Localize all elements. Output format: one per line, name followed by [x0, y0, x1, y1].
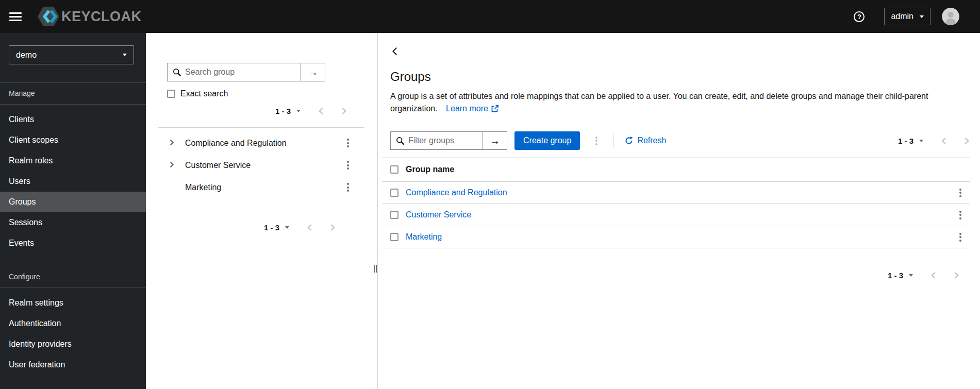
chevron-down-icon	[909, 274, 913, 277]
refresh-icon	[625, 137, 633, 145]
row-checkbox[interactable]	[390, 189, 398, 197]
chevron-down-icon	[919, 140, 923, 142]
pagination-range-menu[interactable]: 1 - 3	[275, 107, 301, 115]
column-header-group-name: Group name	[406, 165, 454, 174]
table-row: Customer Service	[382, 204, 970, 226]
search-group-input[interactable]	[185, 67, 301, 77]
tree-item: Marketing	[146, 176, 373, 198]
pagination-prev-button[interactable]	[941, 138, 946, 144]
topbar-actions: ? admin	[854, 8, 959, 25]
kebab-icon	[959, 233, 961, 235]
groups-toolbar: → Create group Refresh 1 -	[390, 131, 970, 150]
table-pagination-bottom: 1 - 3	[390, 268, 970, 282]
group-name[interactable]: Customer Service	[185, 161, 344, 170]
pagination-range-menu[interactable]: 1 - 3	[898, 137, 923, 145]
chevron-left-icon	[931, 272, 936, 279]
sidebar-item-realm-settings[interactable]: Realm settings	[0, 293, 146, 313]
sidebar: demo Manage Clients Client scopes Realm …	[0, 33, 146, 389]
sidebar-item-user-federation[interactable]: User federation	[0, 354, 146, 375]
filter-groups-input[interactable]	[408, 136, 483, 145]
refresh-button[interactable]: Refresh	[625, 136, 666, 145]
realm-selector[interactable]: demo	[9, 45, 134, 64]
chevron-right-icon	[341, 108, 347, 114]
arrow-right-icon: →	[308, 66, 318, 78]
pagination-next-button[interactable]	[964, 138, 970, 144]
table-row: Marketing	[382, 226, 970, 248]
chevron-down-icon	[285, 226, 289, 229]
manage-section-label: Manage	[0, 83, 146, 105]
sidebar-item-authentication[interactable]: Authentication	[0, 313, 146, 334]
search-group-submit-button[interactable]: →	[301, 63, 325, 81]
collapse-panel-button[interactable]	[390, 46, 399, 56]
hamburger-icon	[9, 12, 22, 14]
kebab-icon	[347, 161, 349, 163]
filter-groups-submit-button[interactable]: →	[483, 132, 507, 149]
sidebar-item-users[interactable]: Users	[0, 171, 146, 192]
page-title: Groups	[390, 70, 970, 84]
chevron-right-icon	[169, 162, 175, 167]
group-name-link[interactable]: Customer Service	[406, 210, 471, 219]
pagination-range-menu[interactable]: 1 - 3	[264, 223, 289, 232]
brand-text: KEYCLOAK	[61, 9, 142, 25]
pagination-range-menu[interactable]: 1 - 3	[888, 271, 913, 280]
chevron-right-icon	[330, 224, 336, 231]
tree-pagination-top: 1 - 3	[146, 104, 373, 118]
expand-toggle-button[interactable]	[169, 139, 175, 147]
exact-search-label: Exact search	[180, 89, 228, 98]
row-checkbox[interactable]	[390, 211, 398, 219]
sidebar-item-clients[interactable]: Clients	[0, 109, 146, 130]
tree-separator	[158, 127, 364, 128]
tree-item: Compliance and Regulation	[146, 132, 373, 154]
toolbar-kebab-menu-button[interactable]	[592, 134, 601, 147]
row-checkbox[interactable]	[390, 233, 398, 241]
kebab-menu-button[interactable]	[344, 181, 352, 194]
select-all-checkbox[interactable]	[390, 165, 398, 174]
kebab-menu-button[interactable]	[344, 159, 352, 172]
help-button[interactable]: ?	[854, 11, 865, 22]
group-name-link[interactable]: Compliance and Regulation	[406, 188, 507, 197]
kebab-menu-button[interactable]	[956, 209, 965, 222]
pagination-prev-button[interactable]	[931, 272, 936, 279]
kebab-icon	[959, 211, 961, 213]
sidebar-item-events[interactable]: Events	[0, 233, 146, 253]
chevron-right-icon	[169, 140, 175, 145]
chevron-down-icon	[123, 54, 127, 56]
keycloak-admin-console: KEYCLOAK ? admin	[0, 0, 980, 389]
chevron-left-icon	[307, 224, 312, 231]
chevron-left-icon	[941, 138, 946, 144]
group-name-link[interactable]: Marketing	[406, 232, 442, 242]
group-search-box: →	[167, 63, 325, 81]
sidebar-item-client-scopes[interactable]: Client scopes	[0, 130, 146, 150]
avatar-icon	[942, 8, 959, 25]
chevron-right-icon	[954, 272, 959, 279]
sidebar-item-groups[interactable]: Groups	[0, 192, 146, 212]
table-pagination-top: 1 - 3	[898, 133, 970, 148]
sidebar-item-realm-roles[interactable]: Realm roles	[0, 150, 146, 171]
pagination-next-button[interactable]	[341, 108, 347, 114]
sidebar-item-sessions[interactable]: Sessions	[0, 212, 146, 233]
topbar: KEYCLOAK ? admin	[0, 0, 980, 33]
avatar[interactable]	[942, 8, 959, 25]
manage-nav-list: Clients Client scopes Realm roles Users …	[0, 105, 146, 253]
group-name[interactable]: Compliance and Regulation	[185, 139, 344, 148]
hamburger-menu-button[interactable]	[9, 12, 22, 21]
kebab-menu-button[interactable]	[956, 187, 965, 199]
pagination-prev-button[interactable]	[307, 224, 312, 231]
pagination-next-button[interactable]	[330, 224, 336, 231]
group-name[interactable]: Marketing	[185, 183, 344, 192]
pagination-next-button[interactable]	[954, 272, 959, 279]
kebab-icon	[959, 189, 961, 191]
expand-toggle-button[interactable]	[169, 161, 175, 169]
search-icon	[168, 68, 185, 76]
exact-search-checkbox[interactable]	[167, 90, 175, 98]
learn-more-link[interactable]: Learn more	[446, 103, 499, 115]
configure-nav-list: Realm settings Authentication Identity p…	[0, 288, 146, 375]
kebab-menu-button[interactable]	[344, 137, 352, 149]
kebab-menu-button[interactable]	[956, 231, 965, 244]
create-group-button[interactable]: Create group	[514, 131, 580, 150]
sidebar-item-identity-providers[interactable]: Identity providers	[0, 334, 146, 354]
keycloak-hexagon-icon	[37, 6, 60, 27]
panel-resize-divider[interactable]	[373, 33, 378, 389]
pagination-prev-button[interactable]	[318, 108, 324, 114]
user-menu-dropdown[interactable]: admin	[884, 8, 931, 25]
